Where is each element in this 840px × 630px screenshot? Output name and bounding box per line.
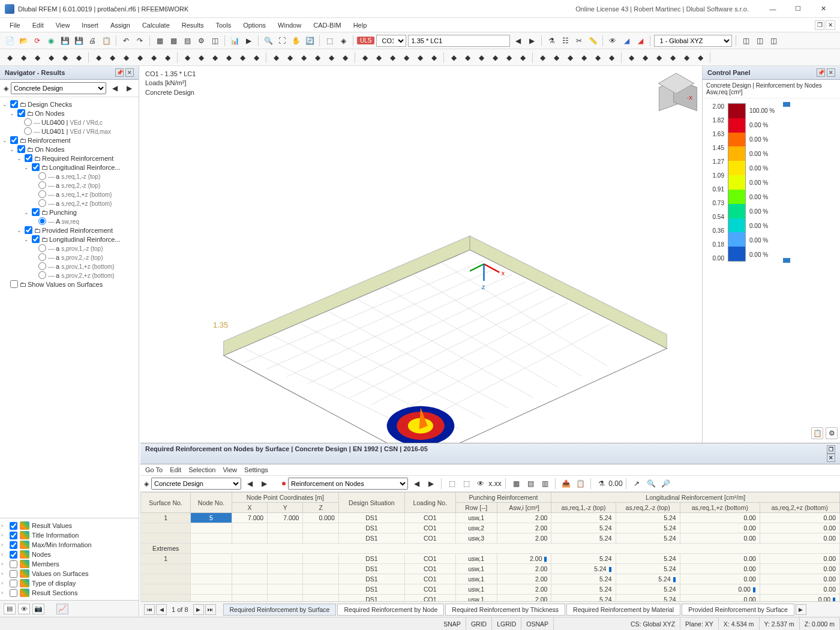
cp-copy-icon[interactable]: 📋 — [811, 427, 823, 439]
tool25-icon[interactable]: ◆ — [373, 52, 385, 64]
grid-icon[interactable]: ▦ — [154, 35, 166, 47]
menu-view[interactable]: View — [51, 20, 75, 31]
next-icon[interactable]: ▶ — [526, 35, 538, 47]
tbl-pick-icon[interactable]: ⬚ — [460, 478, 472, 490]
tool12-icon[interactable]: ◆ — [181, 52, 193, 64]
tree-item[interactable]: ⌄🗀Reinforcement — [1, 136, 137, 145]
category-item[interactable]: ›Result Sections — [1, 588, 137, 598]
pan-icon[interactable]: ✋ — [290, 35, 302, 47]
tbl-zoom-icon[interactable]: 🔎 — [659, 478, 671, 490]
tool0-icon[interactable]: ◆ — [4, 52, 16, 64]
tool37-icon[interactable]: ◆ — [550, 52, 562, 64]
tool19-icon[interactable]: ◆ — [284, 52, 296, 64]
tool7-icon[interactable]: ◆ — [106, 52, 118, 64]
layer-icon[interactable]: ☷ — [559, 35, 571, 47]
menu-options[interactable]: Options — [238, 20, 271, 31]
tbl-module-select[interactable]: Concrete Design — [151, 478, 241, 490]
menu-tools[interactable]: Tools — [211, 20, 236, 31]
page-prev-icon[interactable]: ◀ — [156, 604, 167, 615]
cp-close-icon[interactable]: ✕ — [827, 68, 835, 77]
render2-icon[interactable]: ◢ — [634, 35, 646, 47]
tab-camera-icon[interactable]: 📷 — [32, 604, 44, 614]
mdi-restore-icon[interactable]: ❐ — [815, 20, 824, 30]
status-grid[interactable]: GRID — [466, 617, 492, 630]
tree-item[interactable]: ⌄🗀Longitudinal Reinforce... — [1, 163, 137, 172]
tbl-grid2-icon[interactable]: ▤ — [524, 478, 536, 490]
tab-results-icon[interactable]: 📈 — [56, 604, 68, 614]
cube2-icon[interactable]: ◫ — [754, 35, 766, 47]
tool38-icon[interactable]: ◆ — [564, 52, 576, 64]
tbl-prev-icon[interactable]: ◀ — [244, 478, 256, 490]
menu-edit[interactable]: Edit — [28, 20, 49, 31]
tool35-icon[interactable]: ◆ — [517, 52, 529, 64]
undo-icon[interactable]: ↶ — [120, 35, 132, 47]
tree-item[interactable]: —UL0400 | VEd / VRd,c — [1, 118, 137, 127]
tbl-eye-icon[interactable]: 👁 — [475, 478, 487, 490]
tbl-copy-icon[interactable]: 📋 — [574, 478, 586, 490]
tool6-icon[interactable]: ◆ — [92, 52, 104, 64]
legend-slider-bottom[interactable] — [783, 258, 790, 263]
nav-prev-icon[interactable]: ◀ — [109, 82, 121, 94]
redo-icon[interactable]: ↷ — [134, 35, 146, 47]
tool31-icon[interactable]: ◆ — [461, 52, 473, 64]
tbl-filter-icon[interactable]: ⚗ — [595, 478, 607, 490]
tool13-icon[interactable]: ◆ — [195, 52, 207, 64]
tab-eye-icon[interactable]: 👁 — [18, 604, 30, 614]
model-icon[interactable]: ◉ — [45, 35, 57, 47]
cube3-icon[interactable]: ◫ — [767, 35, 779, 47]
render-icon[interactable]: ◢ — [620, 35, 632, 47]
tbl-export-icon[interactable]: 📤 — [560, 478, 572, 490]
tool46-icon[interactable]: ◆ — [680, 52, 692, 64]
tree-item[interactable]: —a s,req,2,+z (bottom) — [1, 199, 137, 208]
axis-system-select[interactable]: 1 - Global XYZ — [654, 35, 732, 47]
tbl-menu-edit[interactable]: Edit — [170, 466, 181, 473]
page-first-icon[interactable]: ⏮ — [144, 604, 155, 615]
tbl-decimals-icon[interactable]: 0.00 — [610, 478, 622, 490]
tree-item[interactable]: ⌄🗀On Nodes — [1, 109, 137, 118]
save-all-icon[interactable]: 💾 — [73, 35, 85, 47]
tbl-next-icon[interactable]: ▶ — [258, 478, 270, 490]
menu-window[interactable]: Window — [273, 20, 306, 31]
tool8-icon[interactable]: ◆ — [120, 52, 132, 64]
tool24-icon[interactable]: ◆ — [359, 52, 371, 64]
minimize-button[interactable]: — — [761, 2, 785, 16]
tool39-icon[interactable]: ◆ — [578, 52, 590, 64]
grid2-icon[interactable]: ▦ — [167, 35, 179, 47]
category-item[interactable]: ›Members — [1, 559, 137, 569]
tool23-icon[interactable]: ◆ — [339, 52, 351, 64]
tree-item[interactable]: ⌄🗀Punching — [1, 208, 137, 217]
tool45-icon[interactable]: ◆ — [667, 52, 679, 64]
tbl-pin-icon[interactable]: ❐ — [827, 445, 835, 454]
tool30-icon[interactable]: ◆ — [448, 52, 460, 64]
menu-results[interactable]: Results — [177, 20, 209, 31]
tab-req-thickness[interactable]: Required Reinforcement by Thickness — [445, 604, 565, 616]
nav-next-icon[interactable]: ▶ — [123, 82, 135, 94]
new-icon[interactable]: 📄 — [4, 35, 16, 47]
tool47-icon[interactable]: ◆ — [694, 52, 706, 64]
cube1-icon[interactable]: ◫ — [740, 35, 752, 47]
tbl-prev2-icon[interactable]: ◀ — [410, 478, 422, 490]
tab-req-node[interactable]: Required Reinforcement by Node — [337, 604, 444, 616]
prev-icon[interactable]: ◀ — [512, 35, 524, 47]
cp-settings-icon[interactable]: ⚙ — [826, 427, 838, 439]
tool20-icon[interactable]: ◆ — [298, 52, 310, 64]
results-table[interactable]: Surface No. Node No. Node Point Coordina… — [140, 492, 840, 601]
tool34-icon[interactable]: ◆ — [503, 52, 515, 64]
tool17-icon[interactable]: ◆ — [250, 52, 262, 64]
menu-insert[interactable]: Insert — [77, 20, 103, 31]
tbl-arrow-icon[interactable]: ↗ — [631, 478, 643, 490]
settings-icon[interactable]: ⚙ — [195, 35, 207, 47]
filter-icon[interactable]: ⚗ — [545, 35, 557, 47]
tree-item[interactable]: ⌄🗀Design Checks — [1, 100, 137, 109]
section-icon[interactable]: ✂ — [573, 35, 585, 47]
tab-data-icon[interactable]: ▤ — [4, 604, 16, 614]
tool1-icon[interactable]: ◆ — [17, 52, 29, 64]
menu-assign[interactable]: Assign — [106, 20, 135, 31]
tree-item[interactable]: —UL0401 | VEd / VRd,max — [1, 127, 137, 136]
reload-icon[interactable]: ⟳ — [31, 35, 43, 47]
tool28-icon[interactable]: ◆ — [414, 52, 426, 64]
panel-close-icon[interactable]: ✕ — [125, 68, 134, 77]
misc-icon[interactable]: ◫ — [209, 35, 221, 47]
tool16-icon[interactable]: ◆ — [236, 52, 248, 64]
tree-item[interactable]: —A sw,req — [1, 217, 137, 226]
